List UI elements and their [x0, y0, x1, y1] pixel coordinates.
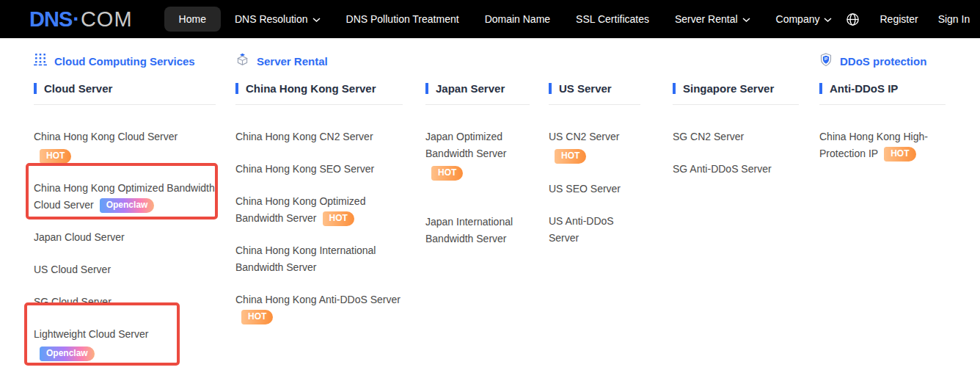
category-ddos-protection[interactable]: DDoS protection: [840, 55, 926, 68]
menu-item-label: US Cloud Server: [34, 264, 111, 275]
hot-badge: HOT: [241, 310, 273, 324]
menu-column-japan-server: Japan Server Japan Optimized Bandwidth S…: [425, 38, 530, 263]
menu-item-label: US CN2 Server: [549, 131, 619, 142]
nav-item-label: Company: [776, 13, 820, 25]
nav-item-label: Home: [179, 13, 206, 25]
svg-text:IP: IP: [824, 57, 827, 61]
nav-item-label: DNS Resolution: [235, 13, 308, 25]
menu-item-japan-optimized-bandwidth-server[interactable]: Japan Optimized Bandwidth Server HOT: [425, 128, 530, 181]
menu-item-china-hong-kong-optimized-bandwidth-server[interactable]: China Hong Kong Optimized Bandwidth Serv…: [235, 193, 403, 227]
group-us-server: US Server: [559, 82, 612, 95]
openclaw-badge: Openclaw: [40, 347, 95, 361]
group-anti-ddos-ip: Anti-DDoS IP: [830, 82, 898, 95]
menu-item-us-cn2-server[interactable]: US CN2 Server HOT: [549, 128, 640, 164]
menu-item-us-cloud-server[interactable]: US Cloud Server: [34, 261, 216, 278]
menu-item-label: SG Cloud Server: [34, 296, 111, 308]
group-accent-bar: [819, 83, 822, 94]
logo-text-dns: DNS: [29, 7, 72, 32]
menu-item-label: US Anti-DDoS Server: [549, 215, 614, 244]
group-singapore-server: Singapore Server: [683, 82, 774, 95]
chevron-down-icon: [312, 13, 321, 25]
nav-item-label: Domain Name: [485, 13, 550, 25]
grid-dots-icon: [34, 53, 47, 69]
menu-item-us-seo-server[interactable]: US SEO Server: [549, 181, 640, 197]
menu-column-server-rental: Server Rental China Hong Kong Server Chi…: [235, 38, 403, 341]
menu-item-sg-anti-ddos-server[interactable]: SG Anti-DDoS Server: [673, 161, 799, 178]
menu-item-china-hong-kong-anti-ddos-server[interactable]: China Hong Kong Anti-DDoS ServerHOT: [235, 291, 403, 325]
openclaw-badge: Openclaw: [100, 198, 155, 213]
category-cloud-computing-services[interactable]: Cloud Computing Services: [54, 55, 195, 68]
menu-item-label: Japan International Bandwidth Server: [425, 216, 513, 244]
register-link[interactable]: Register: [880, 13, 918, 25]
menu-item-label: SG CN2 Server: [673, 131, 744, 142]
server-box-icon: [235, 53, 249, 70]
menu-item-china-hong-kong-cloud-server[interactable]: China Hong Kong Cloud Server HOT: [34, 128, 216, 164]
hot-badge: HOT: [555, 149, 586, 164]
menu-item-label: US SEO Server: [549, 183, 621, 195]
shield-icon: IP: [819, 53, 833, 70]
group-cloud-server: Cloud Server: [44, 82, 112, 95]
menu-item-label: China Hong Kong Cloud Server: [34, 131, 178, 142]
menu-item-label: SG Anti-DDoS Server: [673, 163, 772, 175]
hot-badge: HOT: [40, 149, 71, 164]
menu-item-china-hong-kong-cn2-server[interactable]: China Hong Kong CN2 Server: [235, 128, 403, 145]
menu-item-label: Japan Cloud Server: [34, 231, 125, 243]
divider: [549, 104, 640, 105]
chevron-down-icon: [824, 13, 832, 25]
menu-item-china-hong-kong-optimized-bandwidth-cloud-server[interactable]: China Hong Kong Optimized Bandwidth Clou…: [34, 180, 216, 214]
menu-column-us-server: US Server US CN2 Server HOT US SEO Serve…: [549, 38, 640, 262]
menu-item-china-hong-kong-high-protection-ip[interactable]: China Hong Kong High-Protection IPHOT: [819, 128, 946, 162]
menu-item-label: China Hong Kong International Bandwidth …: [235, 244, 376, 273]
chevron-down-icon: [742, 13, 750, 25]
divider: [235, 104, 403, 105]
nav-item-server-rental[interactable]: Server Rental: [663, 7, 762, 32]
menu-item-sg-cloud-server[interactable]: SG Cloud Server: [34, 294, 216, 311]
globe-icon[interactable]: [846, 12, 860, 26]
menu-column-cloud-computing: Cloud Computing Services Cloud Server Ch…: [34, 38, 216, 370]
mega-menu-panel: Cloud Computing Services Cloud Server Ch…: [0, 38, 980, 370]
nav-item-label: SSL Certificates: [576, 13, 649, 25]
menu-item-sg-cn2-server[interactable]: SG CN2 Server: [673, 128, 799, 145]
menu-item-lightweight-cloud-server[interactable]: Lightweight Cloud Server Openclaw: [34, 326, 216, 362]
signin-link[interactable]: Sign In: [938, 13, 970, 25]
logo-text-com: COM: [81, 7, 133, 32]
nav-item-label: Server Rental: [675, 13, 738, 25]
menu-column-singapore-server: Singapore Server SG CN2 Server SG Anti-D…: [673, 38, 799, 193]
divider: [819, 104, 946, 105]
category-server-rental[interactable]: Server Rental: [257, 55, 328, 68]
menu-item-label: China Hong Kong Anti-DDoS Server: [235, 294, 401, 305]
nav-item-domain-name[interactable]: Domain Name: [473, 7, 562, 32]
group-accent-bar: [235, 83, 238, 94]
top-navbar: DNS·COM Home DNS Resolution DNS Pollutio…: [0, 0, 980, 38]
nav-item-label: DNS Pollution Treatment: [346, 13, 459, 25]
menu-item-china-hong-kong-international-bandwidth-server[interactable]: China Hong Kong International Bandwidth …: [235, 242, 403, 276]
menu-item-us-anti-ddos-server[interactable]: US Anti-DDoS Server: [549, 213, 640, 247]
group-accent-bar: [549, 83, 552, 94]
group-accent-bar: [425, 83, 428, 94]
group-china-hong-kong-server: China Hong Kong Server: [246, 82, 376, 95]
nav-right-actions: Register Sign In: [846, 12, 970, 26]
menu-item-label: Lightweight Cloud Server: [34, 328, 148, 340]
nav-item-home[interactable]: Home: [164, 7, 221, 32]
menu-item-label: China Hong Kong SEO Server: [235, 163, 374, 175]
logo-dot: ·: [73, 7, 80, 32]
nav-item-company[interactable]: Company: [764, 7, 844, 32]
menu-item-japan-cloud-server[interactable]: Japan Cloud Server: [34, 229, 216, 246]
nav-item-dns-pollution-treatment[interactable]: DNS Pollution Treatment: [334, 7, 471, 32]
logo[interactable]: DNS·COM: [29, 7, 133, 32]
hot-badge: HOT: [431, 166, 463, 181]
menu-item-japan-international-bandwidth-server[interactable]: Japan International Bandwidth Server: [425, 214, 530, 247]
group-accent-bar: [34, 83, 37, 94]
menu-item-label: China Hong Kong CN2 Server: [235, 131, 373, 142]
nav-menu: Home DNS Resolution DNS Pollution Treatm…: [164, 7, 846, 32]
nav-item-ssl-certificates[interactable]: SSL Certificates: [564, 7, 661, 32]
group-japan-server: Japan Server: [436, 82, 505, 95]
menu-item-china-hong-kong-seo-server[interactable]: China Hong Kong SEO Server: [235, 161, 403, 178]
divider: [425, 104, 530, 105]
menu-item-label: Japan Optimized Bandwidth Server: [425, 131, 507, 159]
nav-item-dns-resolution[interactable]: DNS Resolution: [223, 7, 332, 32]
hot-badge: HOT: [884, 147, 915, 162]
hot-badge: HOT: [323, 211, 354, 226]
group-accent-bar: [673, 83, 676, 94]
divider: [673, 104, 799, 105]
